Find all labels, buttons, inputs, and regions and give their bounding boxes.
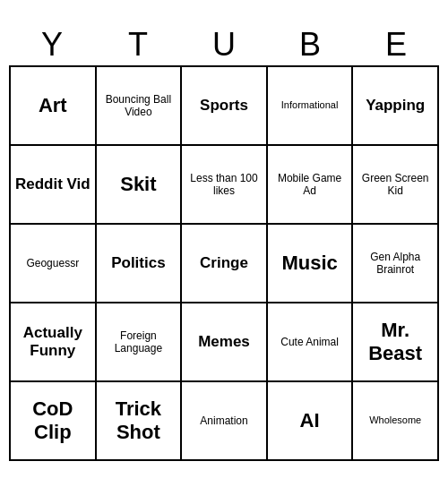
cell-text: Bouncing Ball Video: [100, 93, 177, 119]
cell-text: Memes: [198, 333, 250, 351]
bingo-cell: Mobile Game Ad: [268, 146, 354, 225]
bingo-cell: Green Screen Kid: [353, 146, 439, 225]
bingo-cell: Cringe: [182, 225, 268, 303]
cell-text: Gen Alpha Brainrot: [357, 251, 434, 277]
bingo-cell: Art: [11, 67, 97, 146]
cell-text: Cringe: [200, 254, 248, 272]
bingo-cell: Yapping: [353, 67, 439, 146]
bingo-cell: Wholesome: [353, 382, 439, 461]
cell-text: Green Screen Kid: [357, 172, 434, 198]
cell-text: Cute Animal: [280, 336, 339, 348]
cell-text: Politics: [111, 254, 165, 272]
bingo-cell: Reddit Vid: [11, 146, 97, 225]
bingo-cell: Foreign Language: [97, 303, 183, 382]
bingo-cell: Mr. Beast: [353, 303, 439, 382]
cell-text: Art: [39, 94, 67, 117]
cell-text: Wholesome: [369, 414, 421, 426]
cell-text: Mobile Game Ad: [271, 172, 349, 198]
cell-text: Foreign Language: [100, 329, 177, 355]
bingo-cell: Informational: [268, 67, 354, 146]
bingo-cell: Cute Animal: [268, 303, 354, 382]
bingo-title: YTUBE: [9, 26, 439, 64]
cell-text: Informational: [281, 99, 339, 111]
title-letter: B: [267, 26, 353, 64]
bingo-cell: Bouncing Ball Video: [97, 67, 183, 146]
cell-text: Reddit Vid: [15, 175, 90, 193]
bingo-grid: ArtBouncing Ball VideoSportsInformationa…: [9, 65, 439, 461]
bingo-cell: Geoguessr: [11, 225, 97, 303]
bingo-card: YTUBE ArtBouncing Ball VideoSportsInform…: [9, 26, 439, 461]
title-letter: E: [353, 26, 439, 64]
cell-text: Skit: [120, 173, 156, 196]
bingo-cell: Sports: [182, 67, 268, 146]
cell-text: Yapping: [366, 97, 425, 115]
bingo-cell: Skit: [97, 146, 183, 225]
bingo-cell: Animation: [182, 382, 268, 461]
bingo-cell: Politics: [97, 225, 183, 303]
title-letter: Y: [9, 26, 95, 64]
cell-text: Geoguessr: [26, 257, 79, 269]
cell-text: Mr. Beast: [357, 319, 434, 366]
bingo-cell: Gen Alpha Brainrot: [353, 225, 439, 303]
cell-text: Trick Shot: [100, 397, 177, 445]
cell-text: CoD Clip: [14, 397, 91, 445]
cell-text: Actually Funny: [14, 324, 91, 361]
bingo-cell: AI: [268, 382, 354, 461]
cell-text: Music: [281, 252, 337, 275]
title-letter: U: [181, 26, 267, 64]
cell-text: Animation: [200, 414, 247, 427]
bingo-cell: CoD Clip: [11, 382, 97, 461]
bingo-cell: Actually Funny: [11, 303, 97, 382]
bingo-cell: Music: [268, 225, 354, 303]
cell-text: Sports: [200, 97, 248, 115]
bingo-cell: Trick Shot: [97, 382, 183, 461]
title-letter: T: [95, 26, 181, 64]
bingo-cell: Memes: [182, 303, 268, 382]
cell-text: Less than 100 likes: [185, 172, 263, 198]
bingo-cell: Less than 100 likes: [182, 146, 268, 225]
cell-text: AI: [300, 409, 320, 432]
